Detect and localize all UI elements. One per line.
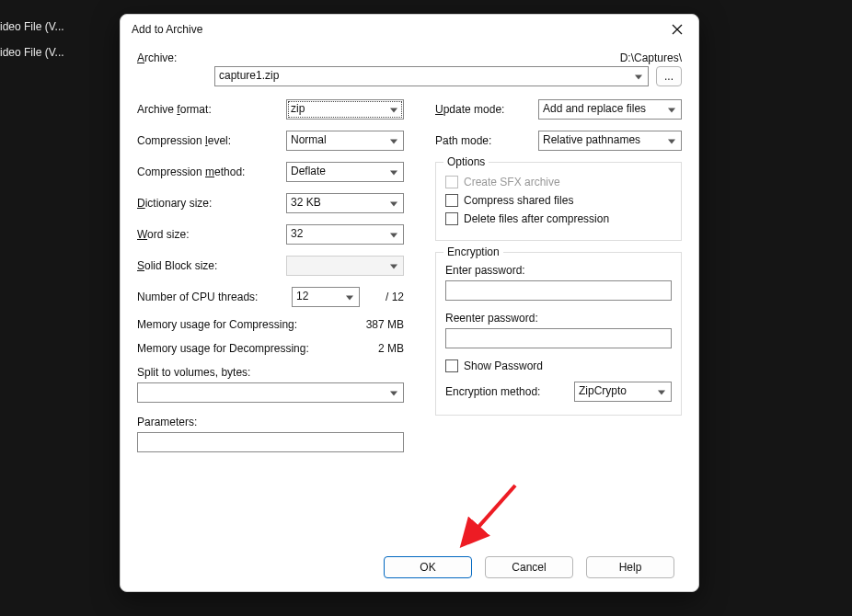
update-mode-value: Add and replace files [543,102,646,115]
cancel-label: Cancel [512,561,546,574]
archive-format-label: Archive format: [137,103,286,116]
right-column: Update mode: Add and replace files Path … [435,99,682,452]
add-to-archive-dialog: Add to Archive Archive: D:\Captures\ cap… [120,14,699,592]
options-group: Options Create SFX archive Compress shar… [435,162,682,241]
compress-shared-checkbox[interactable] [445,194,458,207]
parameters-input[interactable] [137,432,404,452]
solid-block-label: Solid Block size: [137,259,286,272]
encryption-method-combo[interactable]: ZipCrypto [574,382,672,402]
cpu-threads-label: Number of CPU threads: [137,291,292,303]
close-button[interactable] [656,15,698,44]
archive-file-combo[interactable]: capture1.zip [214,66,649,86]
path-mode-value: Relative pathnames [543,133,640,146]
mem-decompress-label: Memory usage for Decompressing: [137,342,349,355]
archive-format-value: zip [291,102,305,115]
word-size-label: Word size: [137,228,286,241]
compression-level-combo[interactable]: Normal [286,131,404,151]
show-password-label: Show Password [464,359,543,372]
ok-label: OK [420,561,435,574]
archive-label: Archive: [137,51,620,64]
compression-level-value: Normal [291,133,327,146]
cpu-threads-total: / 12 [367,291,404,303]
create-sfx-label: Create SFX archive [464,176,560,188]
compression-method-label: Compression method: [137,165,286,178]
reenter-password-input[interactable] [445,328,672,348]
encryption-legend: Encryption [443,245,503,258]
mem-compress-label: Memory usage for Compressing: [137,318,349,331]
reenter-password-label: Reenter password: [445,312,672,325]
titlebar: Add to Archive [121,15,698,44]
close-icon [672,24,683,35]
archive-format-combo[interactable]: zip [286,99,404,120]
browse-button[interactable]: ... [656,66,682,86]
delete-after-checkbox[interactable] [445,212,458,225]
dictionary-size-combo[interactable]: 32 KB [286,193,404,213]
delete-after-label: Delete files after compression [464,212,609,225]
encryption-method-value: ZipCrypto [579,384,627,397]
help-button[interactable]: Help [586,556,674,578]
encryption-method-label: Encryption method: [445,385,565,398]
cancel-button[interactable]: Cancel [485,556,573,578]
dialog-title: Add to Archive [132,23,202,36]
ok-button[interactable]: OK [384,556,472,578]
create-sfx-checkbox [445,176,458,188]
archive-file-value: capture1.zip [219,69,279,82]
bg-file-name: ideo File (V... [0,46,64,59]
archive-path: D:\Captures\ [620,51,682,64]
word-size-combo[interactable]: 32 [286,224,404,245]
enter-password-input[interactable] [445,280,672,301]
word-size-value: 32 [291,227,303,240]
options-legend: Options [443,155,489,168]
show-password-checkbox[interactable] [445,359,458,372]
dialog-buttons: OK Cancel Help [384,556,674,578]
left-column: Archive format: zip Compression level: N… [137,99,404,452]
mem-decompress-value: 2 MB [349,342,404,355]
parameters-label: Parameters: [137,416,404,428]
dictionary-size-value: 32 KB [291,196,321,209]
path-mode-label: Path mode: [435,134,529,147]
enter-password-label: Enter password: [445,264,672,277]
bg-file-name: ideo File (V... [0,20,64,33]
help-label: Help [619,561,642,574]
cpu-threads-value: 12 [296,290,308,302]
update-mode-combo[interactable]: Add and replace files [538,99,682,120]
encryption-group: Encryption Enter password: Reenter passw… [435,252,682,416]
split-volumes-combo[interactable] [137,382,404,403]
compression-method-combo[interactable]: Deflate [286,162,404,182]
browse-label: ... [664,70,674,83]
solid-block-combo[interactable] [286,256,404,276]
dictionary-size-label: Dictionary size: [137,197,286,210]
path-mode-combo[interactable]: Relative pathnames [538,131,682,151]
compress-shared-label: Compress shared files [464,194,573,207]
cpu-threads-combo[interactable]: 12 [292,287,360,307]
compression-level-label: Compression level: [137,134,286,147]
compression-method-value: Deflate [291,165,326,177]
dialog-content: Archive: D:\Captures\ capture1.zip ... A… [121,44,698,591]
split-volumes-label: Split to volumes, bytes: [137,366,404,379]
mem-compress-value: 387 MB [349,318,404,331]
update-mode-label: Update mode: [435,103,529,116]
